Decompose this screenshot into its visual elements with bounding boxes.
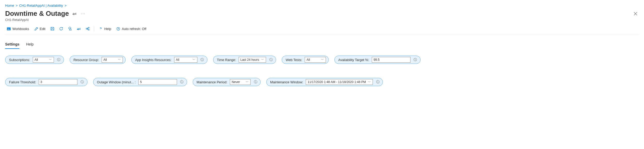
filter-app-insights: App Insights Resources: All ﹀ ⓘ	[131, 56, 207, 64]
chevron-down-icon: ﹀	[261, 58, 264, 62]
edit-button[interactable]: Edit	[33, 26, 47, 32]
breadcrumb-sep-icon: >	[65, 4, 67, 8]
filter-resource-group: Resource Group: All ﹀	[70, 56, 126, 64]
svg-rect-4	[9, 29, 10, 30]
filter-outage-window: Outage Window (minut... : 5 ⓘ	[93, 78, 187, 86]
autorefresh-label: Auto refresh: Off	[122, 27, 146, 31]
info-icon[interactable]: ⓘ	[413, 57, 418, 62]
time-range-dropdown[interactable]: Last 24 hours ﹀	[239, 57, 266, 63]
breadcrumb-resource[interactable]: CH1-RetailAppAI | Availability	[19, 4, 63, 8]
info-icon[interactable]: ⓘ	[180, 80, 184, 84]
info-icon[interactable]: ⓘ	[80, 80, 85, 84]
filter-time-range: Time Range: Last 24 hours ﹀ ⓘ	[213, 56, 276, 64]
filter-failure-threshold: Failure Threshold: 3 ⓘ	[5, 78, 87, 86]
chevron-down-icon: ﹀	[118, 58, 121, 62]
tab-settings[interactable]: Settings	[5, 41, 19, 49]
info-icon[interactable]: ⓘ	[253, 80, 258, 84]
chevron-down-icon: ﹀	[321, 58, 324, 62]
availability-target-value: 99.5	[374, 58, 380, 62]
resource-group-label: Resource Group:	[74, 58, 99, 62]
app-insights-dropdown[interactable]: All ﹀	[174, 57, 197, 63]
failure-threshold-value: 3	[41, 80, 42, 84]
autorefresh-button[interactable]: Auto refresh: Off	[115, 26, 148, 32]
time-range-label: Time Range:	[217, 58, 236, 62]
help-icon	[99, 27, 103, 31]
page-subtitle: CH1-RetailAppAI	[5, 18, 639, 22]
workbooks-button[interactable]: Workbooks	[5, 26, 31, 32]
failure-threshold-input[interactable]: 3	[39, 79, 77, 85]
chevron-down-icon: ﹀	[192, 58, 196, 62]
app-insights-value: All	[176, 58, 179, 62]
help-label: Help	[104, 27, 111, 31]
web-tests-value: All	[307, 58, 310, 62]
pencil-icon	[34, 27, 38, 31]
close-icon[interactable]	[632, 10, 639, 17]
maintenance-period-value: Never	[232, 80, 240, 84]
availability-target-label: Availability Target %:	[338, 58, 369, 62]
time-range-value: Last 24 hours	[240, 58, 259, 62]
filter-maintenance-window: Maintenance Window: 11/17/2020 1:48 AM -…	[266, 78, 383, 86]
pin-toolbar-icon[interactable]	[75, 25, 82, 32]
breadcrumb: Home > CH1-RetailAppAI | Availability >	[5, 3, 639, 10]
filter-availability-target: Availability Target %: 99.5 ⓘ	[334, 56, 420, 64]
refresh-icon[interactable]	[58, 25, 65, 32]
tabs: Settings Help	[5, 41, 639, 49]
subscriptions-label: Subscriptions:	[9, 58, 30, 62]
pin-icon[interactable]	[71, 11, 78, 17]
svg-rect-1	[7, 27, 11, 28]
outage-window-input[interactable]: 5	[138, 79, 177, 85]
breadcrumb-home[interactable]: Home	[5, 4, 14, 8]
outage-window-value: 5	[140, 80, 142, 84]
more-icon[interactable]: ···	[80, 11, 86, 17]
workbook-icon	[7, 27, 11, 31]
app-insights-label: App Insights Resources:	[135, 58, 172, 62]
resource-group-value: All	[103, 58, 107, 62]
maintenance-period-dropdown[interactable]: Never ﹀	[230, 79, 251, 85]
edit-label: Edit	[40, 27, 45, 31]
web-tests-label: Web Tests:	[286, 58, 302, 62]
maintenance-window-dropdown[interactable]: 11/17/2020 1:48 AM - 11/18/2020 1:48 PM …	[306, 79, 373, 85]
resource-group-dropdown[interactable]: All ﹀	[102, 57, 123, 63]
save-icon[interactable]	[49, 25, 56, 32]
svg-rect-2	[7, 29, 8, 30]
svg-rect-3	[9, 29, 9, 30]
info-icon[interactable]: ⓘ	[375, 80, 380, 84]
info-icon[interactable]: ⓘ	[57, 57, 61, 62]
workbooks-label: Workbooks	[12, 27, 29, 31]
toolbar: Workbooks Edit Help	[5, 25, 639, 35]
maintenance-window-label: Maintenance Window:	[270, 80, 303, 84]
web-tests-dropdown[interactable]: All ﹀	[305, 57, 326, 63]
chevron-down-icon: ﹀	[49, 58, 52, 62]
page-title: Downtime & Outage	[5, 10, 69, 18]
chevron-down-icon: ﹀	[368, 80, 371, 84]
filter-row-1: Subscriptions: All ﹀ ⓘ Resource Group: A…	[5, 56, 639, 64]
filter-subscriptions: Subscriptions: All ﹀ ⓘ	[5, 56, 64, 64]
breadcrumb-sep-icon: >	[16, 4, 18, 8]
filter-web-tests: Web Tests: All ﹀	[282, 56, 329, 64]
clock-refresh-icon	[116, 27, 120, 31]
clone-icon[interactable]	[67, 25, 73, 32]
failure-threshold-label: Failure Threshold:	[9, 80, 36, 84]
availability-target-input[interactable]: 99.5	[372, 57, 410, 63]
subscriptions-dropdown[interactable]: All ﹀	[33, 57, 54, 63]
toolbar-divider	[94, 26, 94, 31]
info-icon[interactable]: ⓘ	[269, 57, 273, 62]
info-icon[interactable]: ⓘ	[200, 57, 205, 62]
maintenance-window-value: 11/17/2020 1:48 AM - 11/18/2020 1:48 PM	[308, 80, 366, 84]
tab-help[interactable]: Help	[26, 41, 34, 49]
outage-window-label: Outage Window (minut... :	[97, 80, 136, 84]
subscriptions-value: All	[35, 58, 38, 62]
chevron-down-icon: ﹀	[246, 80, 249, 84]
share-icon[interactable]	[84, 25, 91, 32]
help-button[interactable]: Help	[97, 26, 113, 32]
filter-maintenance-period: Maintenance Period: Never ﹀ ⓘ	[193, 78, 261, 86]
maintenance-period-label: Maintenance Period:	[197, 80, 227, 84]
filter-row-2: Failure Threshold: 3 ⓘ Outage Window (mi…	[5, 78, 639, 86]
